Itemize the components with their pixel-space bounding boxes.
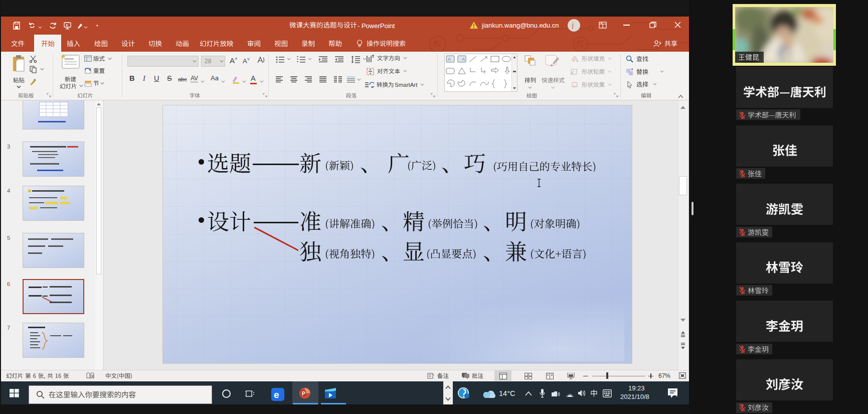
svg-text:P: P [302, 391, 305, 396]
svg-text:e: e [274, 389, 279, 400]
